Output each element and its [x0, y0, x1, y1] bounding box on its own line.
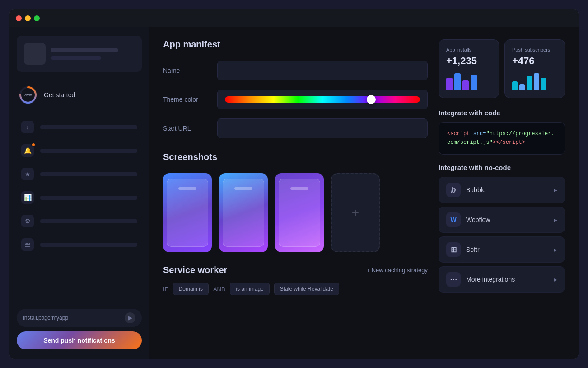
and-label: AND	[213, 286, 225, 293]
start-url-row: Start URL	[163, 118, 428, 138]
sidebar: 75% Get started ↓ 🔔 ★ 📊	[9, 27, 149, 359]
softr-integration[interactable]: ⊞ Softr ▶	[439, 236, 565, 263]
install-url-row[interactable]: install.page/myapp ▶	[17, 309, 142, 327]
bubble-label: Bubble	[466, 186, 548, 193]
titlebar	[9, 9, 579, 27]
bar-3	[462, 80, 469, 90]
integrate-code-title: Integrate with code	[439, 109, 565, 117]
nav-item-download[interactable]: ↓	[17, 116, 142, 138]
app-manifest-title: App manifest	[163, 39, 428, 50]
bubble-icon: b	[446, 183, 461, 197]
theme-color-row: Theme color	[163, 90, 428, 109]
notification-badge	[31, 142, 36, 147]
database-icon: 🗃	[21, 238, 34, 251]
screenshots-title: Screenshots	[163, 152, 428, 162]
bar-2	[454, 73, 461, 90]
screenshot-2[interactable]	[219, 173, 268, 252]
is-an-image-tag[interactable]: is an image	[230, 283, 269, 295]
push-subscribers-card: Push subscribers +476	[504, 39, 565, 98]
get-started-row[interactable]: 75% Get started	[17, 83, 142, 107]
main-content: App manifest Name Theme color Start URL	[149, 27, 579, 359]
integrate-code-section: Integrate with code <script src="https:/…	[439, 109, 565, 155]
if-label: IF	[163, 286, 168, 293]
add-screenshot-icon: +	[352, 206, 359, 220]
send-push-notifications-button[interactable]: Send push notifications	[17, 331, 142, 349]
nav-label-placeholder	[40, 172, 137, 176]
screenshot-notch-1	[178, 187, 196, 190]
chart-icon: 📊	[21, 191, 34, 204]
main-left: App manifest Name Theme color Start URL	[163, 39, 428, 296]
add-screenshot-button[interactable]: +	[331, 173, 380, 252]
softr-arrow-icon: ▶	[554, 247, 557, 252]
app-installs-value: +1,235	[446, 55, 491, 67]
bubble-arrow-icon: ▶	[554, 188, 557, 193]
more-integrations[interactable]: ⋯ More integrations ▶	[439, 266, 565, 293]
nav-item-analytics[interactable]: 📊	[17, 187, 142, 208]
more-integrations-label: More integrations	[466, 276, 548, 283]
stale-revalidate-tag[interactable]: Stale while Revalidate	[274, 283, 339, 295]
main-layout: App manifest Name Theme color Start URL	[163, 39, 565, 296]
app-installs-label: App installs	[446, 47, 491, 52]
star-icon: ★	[21, 168, 34, 180]
name-row: Name	[163, 61, 428, 80]
stats-row: App installs +1,235 Push subscribers +47…	[439, 39, 565, 98]
close-button[interactable]	[16, 15, 22, 21]
name-input[interactable]	[217, 61, 428, 80]
bar-4	[471, 75, 477, 90]
profile-info	[51, 48, 135, 60]
nav-item-database[interactable]: 🗃	[17, 234, 142, 255]
install-url-text: install.page/myapp	[23, 315, 121, 321]
new-caching-strategy-button[interactable]: + New caching strategy	[367, 267, 428, 274]
nav-label-placeholder	[40, 219, 137, 223]
start-url-label: Start URL	[163, 125, 208, 132]
start-url-input[interactable]	[217, 118, 428, 138]
bell-icon: 🔔	[21, 144, 34, 157]
profile-name-placeholder	[51, 48, 118, 52]
bubble-integration[interactable]: b Bubble ▶	[439, 177, 565, 203]
nav-label-placeholder	[40, 243, 137, 247]
nav-label-placeholder	[40, 149, 137, 153]
minimize-button[interactable]	[25, 15, 31, 21]
app-window: 75% Get started ↓ 🔔 ★ 📊	[9, 9, 579, 359]
progress-label: 75%	[24, 93, 32, 97]
app-installs-chart	[446, 72, 491, 90]
bar-p4	[534, 73, 539, 90]
code-block[interactable]: <script src="https://progressier. com/sc…	[439, 122, 565, 155]
nav-label-placeholder	[40, 125, 137, 129]
screenshots-section: Screenshots	[163, 152, 428, 252]
screenshot-1[interactable]	[163, 173, 212, 252]
more-integrations-icon: ⋯	[446, 272, 461, 287]
service-worker-section: Service worker + New caching strategy IF…	[163, 265, 428, 295]
nav-item-notifications[interactable]: 🔔	[17, 140, 142, 161]
sidebar-bottom: install.page/myapp ▶ Send push notificat…	[17, 309, 142, 349]
bar-p1	[512, 81, 518, 90]
screenshot-notch-3	[290, 187, 308, 190]
push-subscribers-value: +476	[512, 55, 557, 67]
slider-thumb[interactable]	[367, 95, 376, 104]
get-started-label: Get started	[44, 91, 75, 99]
nav-item-favorites[interactable]: ★	[17, 163, 142, 185]
color-slider-container[interactable]	[217, 90, 428, 109]
screenshot-notch-2	[234, 187, 252, 190]
progress-circle: 75%	[19, 85, 37, 104]
maximize-button[interactable]	[34, 15, 40, 21]
bar-1	[446, 78, 453, 90]
webflow-icon: W	[446, 212, 461, 227]
domain-is-tag[interactable]: Domain is	[173, 283, 209, 295]
rainbow-slider[interactable]	[225, 96, 420, 103]
push-subscribers-chart	[512, 72, 557, 90]
screenshot-inner-1	[167, 179, 208, 247]
nav-label-placeholder	[40, 196, 137, 200]
theme-color-label: Theme color	[163, 96, 208, 103]
push-subscribers-label: Push subscribers	[512, 47, 557, 52]
webflow-integration[interactable]: W Webflow ▶	[439, 207, 565, 233]
webflow-label: Webflow	[466, 216, 548, 223]
nav-item-settings[interactable]: ⚙	[17, 210, 142, 232]
download-icon: ↓	[21, 121, 34, 133]
screenshot-inner-2	[223, 179, 264, 247]
screenshot-3[interactable]	[275, 173, 324, 252]
bar-p5	[541, 78, 546, 90]
name-label: Name	[163, 67, 208, 74]
service-worker-title: Service worker	[163, 265, 227, 275]
integrate-nocode-title: Integrate with no-code	[439, 164, 565, 171]
